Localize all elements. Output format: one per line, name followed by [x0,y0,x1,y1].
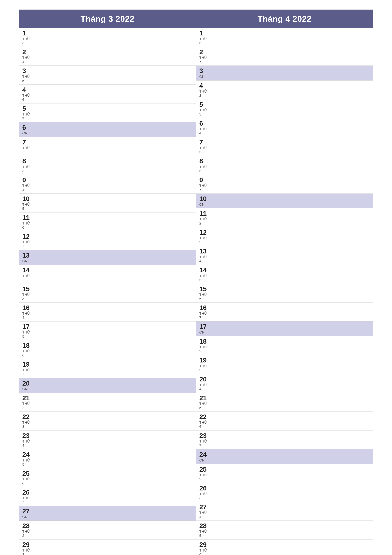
day-row[interactable]: 6CN [19,122,196,137]
day-info: 21THỨ2 [22,394,36,410]
day-number: 8 [199,157,214,165]
day-row[interactable]: 1THỨ3 [19,28,196,47]
day-row[interactable]: 29THỨ3 [19,540,196,555]
day-info: 9THỨ4 [22,176,36,192]
day-row[interactable]: 3THỨ5 [19,66,196,85]
day-number: 26 [22,489,36,496]
day-info: 4THỨ6 [22,86,36,102]
day-row[interactable]: 12THỨ3 [196,227,373,246]
day-row[interactable]: 24CN [196,449,373,464]
day-row[interactable]: 18THỨ6 [19,340,196,359]
day-label: THỨ [22,496,36,500]
day-info: 25THỨ6 [22,470,36,485]
day-number: 19 [22,361,36,368]
day-row[interactable]: 13THỨ4 [196,246,373,265]
day-label: THỨ [199,439,214,444]
day-row[interactable]: 2THỨ7 [196,47,373,66]
day-row[interactable]: 15THỨ6 [196,284,373,303]
day-row[interactable]: 10CN [196,194,373,208]
day-sub: 5 [22,335,36,339]
day-row[interactable]: 10THỨ5 [19,194,196,212]
day-label: THỨ [199,274,214,278]
day-row[interactable]: 5THỨ3 [196,99,373,118]
day-sub: 2 [199,477,214,481]
day-row[interactable]: 23THỨ4 [19,431,196,449]
day-row[interactable]: 19THỨ7 [19,359,196,378]
day-row[interactable]: 21THỨ5 [196,393,373,412]
day-row[interactable]: 28THỨ5 [196,521,373,540]
day-row[interactable]: 22THỨ3 [19,412,196,431]
day-row[interactable]: 7THỨ2 [19,137,196,156]
day-label: CN [199,75,214,79]
day-label: THỨ [22,240,36,244]
day-info: 15THỨ3 [22,285,36,301]
day-row[interactable]: 12THỨ7 [19,231,196,250]
day-row[interactable]: 25THỨ6 [19,468,196,487]
day-row[interactable]: 16THỨ7 [196,303,373,321]
day-row[interactable]: 24THỨ5 [19,449,196,468]
day-row[interactable]: 13CN [19,250,196,265]
day-number: 24 [22,451,36,458]
day-row[interactable]: 4THỨ6 [19,85,196,103]
day-row[interactable]: 22THỨ6 [196,412,373,431]
day-row[interactable]: 20THỨ4 [196,374,373,393]
day-row[interactable]: 6THỨ4 [196,118,373,137]
day-row[interactable]: 27CN [19,506,196,521]
day-row[interactable]: 19THỨ3 [196,355,373,374]
day-number: 4 [199,82,214,89]
day-row[interactable]: 15THỨ3 [19,284,196,303]
day-number: 13 [22,252,36,259]
day-label: THỨ [22,421,36,425]
day-number: 23 [22,432,36,439]
day-row[interactable]: 5THỨ7 [19,103,196,122]
day-info: 12THỨ7 [22,233,36,248]
day-row[interactable]: 29THỨ6 [196,540,373,555]
day-row[interactable]: 11THỨ6 [19,212,196,231]
day-row[interactable]: 26THỨ7 [19,487,196,506]
day-row[interactable]: 25THỨ2 [196,464,373,483]
day-sub: 2 [22,278,36,282]
day-label: CN [22,259,36,263]
day-row[interactable]: 14THỨ2 [19,265,196,284]
day-sub: 3 [199,496,214,500]
day-row[interactable]: 9THỨ7 [196,175,373,194]
day-number: 28 [199,522,214,530]
day-info: 26THỨ3 [199,485,214,500]
day-row[interactable]: 3CN [196,66,373,80]
day-sub: 3 [22,41,36,45]
day-row[interactable]: 7THỨ5 [196,137,373,156]
day-info: 13THỨ4 [199,248,214,263]
day-row[interactable]: 21THỨ2 [19,393,196,412]
day-row[interactable]: 26THỨ3 [196,483,373,502]
day-row[interactable]: 28THỨ2 [19,521,196,540]
day-number: 29 [22,541,36,548]
day-info: 24CN [199,451,214,462]
day-label: THỨ [199,165,214,169]
day-row[interactable]: 1THỨ6 [196,28,373,47]
day-sub: 2 [22,534,36,538]
day-row[interactable]: 16THỨ4 [19,303,196,321]
day-row[interactable]: 2THỨ4 [19,47,196,66]
day-row[interactable]: 17THỨ5 [19,321,196,340]
day-row[interactable]: 8THỨ6 [196,156,373,175]
day-sub: 7 [22,117,36,121]
day-row[interactable]: 23THỨ7 [196,431,373,449]
day-number: 1 [22,29,36,37]
day-sub: 6 [22,98,36,102]
day-number: 21 [22,394,36,402]
day-row[interactable]: 4THỨ2 [196,80,373,99]
day-row[interactable]: 8THỨ3 [19,156,196,175]
day-row[interactable]: 27THỨ4 [196,502,373,521]
day-row[interactable]: 20CN [19,378,196,393]
day-number: 5 [199,101,214,108]
day-sub: 6 [199,297,214,301]
day-row[interactable]: 17CN [196,321,373,336]
day-row[interactable]: 14THỨ5 [196,265,373,284]
day-number: 7 [199,139,214,146]
day-row[interactable]: 11THỨ2 [196,208,373,227]
day-info: 15THỨ6 [199,285,214,301]
day-label: THỨ [199,108,214,112]
day-row[interactable]: 9THỨ4 [19,175,196,194]
day-info: 14THỨ2 [22,266,36,282]
day-row[interactable]: 18THỨ2 [196,336,373,355]
